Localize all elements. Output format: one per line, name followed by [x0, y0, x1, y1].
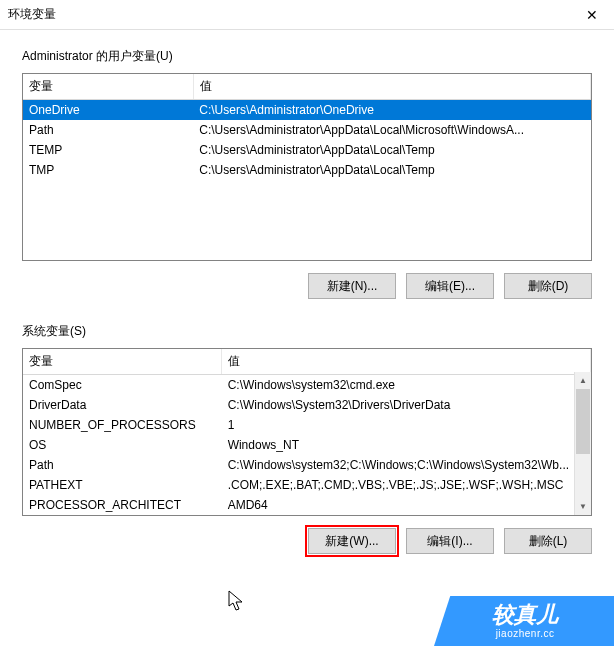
window-title: 环境变量 — [8, 6, 56, 23]
scroll-up-icon[interactable]: ▲ — [575, 372, 591, 389]
cell-variable: OS — [23, 435, 222, 455]
table-row[interactable]: PathC:\Windows\system32;C:\Windows;C:\Wi… — [23, 455, 591, 475]
watermark-badge: 较真儿 jiaozhenr.cc — [434, 596, 614, 646]
scroll-down-icon[interactable]: ▼ — [575, 498, 591, 515]
cell-value: C:\Windows\system32;C:\Windows;C:\Window… — [222, 455, 591, 475]
cursor-icon — [228, 590, 246, 612]
table-row[interactable]: TMPC:\Users\Administrator\AppData\Local\… — [23, 160, 591, 180]
cell-value: AMD64 — [222, 495, 591, 515]
cell-value: C:\Users\Administrator\AppData\Local\Tem… — [193, 160, 590, 180]
user-variables-label: Administrator 的用户变量(U) — [22, 48, 592, 65]
user-variables-group: Administrator 的用户变量(U) 变量 值 OneDriveC:\U… — [22, 48, 592, 299]
cell-value: C:\Users\Administrator\AppData\Local\Tem… — [193, 140, 590, 160]
cell-value: C:\Windows\system32\cmd.exe — [222, 375, 591, 396]
table-row[interactable]: PATHEXT.COM;.EXE;.BAT;.CMD;.VBS;.VBE;.JS… — [23, 475, 591, 495]
scroll-thumb[interactable] — [576, 389, 590, 454]
titlebar: 环境变量 ✕ — [0, 0, 614, 30]
user-buttons-row: 新建(N)... 编辑(E)... 删除(D) — [22, 273, 592, 299]
cell-value: 1 — [222, 415, 591, 435]
table-row[interactable]: OneDriveC:\Users\Administrator\OneDrive — [23, 100, 591, 121]
user-variables-table-wrap: 变量 值 OneDriveC:\Users\Administrator\OneD… — [22, 73, 592, 261]
system-delete-button[interactable]: 删除(L) — [504, 528, 592, 554]
cell-value: C:\Users\Administrator\AppData\Local\Mic… — [193, 120, 590, 140]
user-delete-button[interactable]: 删除(D) — [504, 273, 592, 299]
cell-value: C:\Users\Administrator\OneDrive — [193, 100, 590, 121]
table-row[interactable]: NUMBER_OF_PROCESSORS1 — [23, 415, 591, 435]
cell-value: C:\Windows\System32\Drivers\DriverData — [222, 395, 591, 415]
user-col-value[interactable]: 值 — [193, 74, 590, 100]
cell-variable: DriverData — [23, 395, 222, 415]
table-row[interactable]: TEMPC:\Users\Administrator\AppData\Local… — [23, 140, 591, 160]
system-scrollbar[interactable]: ▲ ▼ — [574, 372, 591, 515]
table-row[interactable]: DriverDataC:\Windows\System32\Drivers\Dr… — [23, 395, 591, 415]
dialog-content: Administrator 的用户变量(U) 变量 值 OneDriveC:\U… — [0, 30, 614, 588]
system-variables-table-wrap: 变量 值 ComSpecC:\Windows\system32\cmd.exeD… — [22, 348, 592, 516]
table-row[interactable]: ComSpecC:\Windows\system32\cmd.exe — [23, 375, 591, 396]
user-variables-table: 变量 值 OneDriveC:\Users\Administrator\OneD… — [23, 74, 591, 180]
system-variables-table: 变量 值 ComSpecC:\Windows\system32\cmd.exeD… — [23, 349, 591, 515]
table-header-row: 变量 值 — [23, 74, 591, 100]
user-new-button[interactable]: 新建(N)... — [308, 273, 396, 299]
system-variables-label: 系统变量(S) — [22, 323, 592, 340]
system-col-variable[interactable]: 变量 — [23, 349, 222, 375]
close-icon: ✕ — [586, 7, 598, 23]
system-variables-group: 系统变量(S) 变量 值 ComSpecC:\Windows\system32\… — [22, 323, 592, 554]
system-edit-button[interactable]: 编辑(I)... — [406, 528, 494, 554]
cell-variable: PROCESSOR_ARCHITECT — [23, 495, 222, 515]
cell-variable: Path — [23, 455, 222, 475]
system-col-value[interactable]: 值 — [222, 349, 591, 375]
user-variables-scrollarea[interactable]: 变量 值 OneDriveC:\Users\Administrator\OneD… — [23, 74, 591, 260]
table-row[interactable]: PathC:\Users\Administrator\AppData\Local… — [23, 120, 591, 140]
watermark-sub: jiaozhenr.cc — [492, 628, 558, 640]
table-row[interactable]: PROCESSOR_ARCHITECTAMD64 — [23, 495, 591, 515]
close-button[interactable]: ✕ — [572, 1, 612, 29]
cell-variable: OneDrive — [23, 100, 193, 121]
cell-variable: TEMP — [23, 140, 193, 160]
user-edit-button[interactable]: 编辑(E)... — [406, 273, 494, 299]
cell-variable: NUMBER_OF_PROCESSORS — [23, 415, 222, 435]
cell-variable: PATHEXT — [23, 475, 222, 495]
watermark-main: 较真儿 — [492, 602, 558, 628]
table-header-row: 变量 值 — [23, 349, 591, 375]
system-buttons-row: 新建(W)... 编辑(I)... 删除(L) — [22, 528, 592, 554]
user-col-variable[interactable]: 变量 — [23, 74, 193, 100]
cell-variable: ComSpec — [23, 375, 222, 396]
cell-variable: Path — [23, 120, 193, 140]
scroll-track[interactable] — [575, 389, 591, 498]
table-row[interactable]: OSWindows_NT — [23, 435, 591, 455]
cell-value: .COM;.EXE;.BAT;.CMD;.VBS;.VBE;.JS;.JSE;.… — [222, 475, 591, 495]
cell-variable: TMP — [23, 160, 193, 180]
system-variables-scrollarea[interactable]: 变量 值 ComSpecC:\Windows\system32\cmd.exeD… — [23, 349, 591, 515]
cell-value: Windows_NT — [222, 435, 591, 455]
system-new-button[interactable]: 新建(W)... — [308, 528, 396, 554]
